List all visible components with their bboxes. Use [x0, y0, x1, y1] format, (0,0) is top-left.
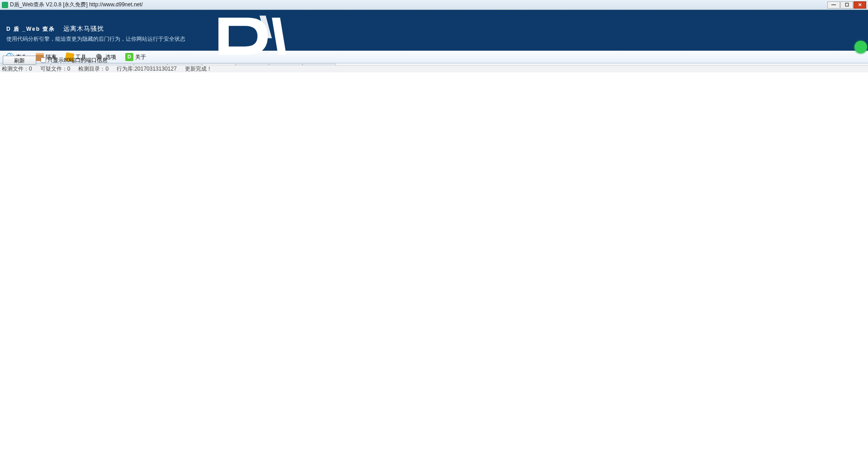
port80-filter-label: 只显示80端口的端口信息 [47, 57, 108, 64]
app-icon [2, 2, 8, 8]
window-title: D盾_Web查杀 V2.0.8 [永久免费] http://www.d99net… [10, 1, 827, 9]
bottom-bar: 刷新 只显示80端口的端口信息 [2, 55, 866, 65]
logo-icon [212, 14, 298, 59]
app-banner: D 盾 _Web 查杀 远离木马骚扰 使用代码分析引擎，能追查更为隐藏的后门行为… [0, 10, 868, 51]
banner-title: D 盾 _Web 查杀 远离木马骚扰 [6, 20, 104, 34]
banner-description: 使用代码分析引擎，能追查更为隐藏的后门行为，让你网站运行于安全状态 [6, 35, 185, 43]
banner-title-text: D 盾 _Web 查杀 [6, 26, 55, 32]
status-update-msg: 更新完成！ [185, 65, 212, 72]
refresh-button[interactable]: 刷新 [3, 56, 36, 65]
status-scanned-dirs: 检测目录：0 [78, 65, 108, 72]
status-bar: 检测文件：0 可疑文件：0 检测目录：0 行为库:20170313130127 … [0, 65, 868, 72]
close-button[interactable]: ✕ [854, 1, 866, 9]
status-behavior-db: 行为库:20170313130127 [117, 65, 177, 72]
port80-filter-input[interactable] [41, 57, 46, 63]
banner-subtitle: 远离木马骚扰 [63, 25, 104, 32]
window-titlebar: D盾_Web查杀 V2.0.8 [永久免费] http://www.d99net… [0, 0, 868, 10]
status-suspicious-files: 可疑文件：0 [40, 65, 71, 72]
maximize-button[interactable]: ☐ [840, 1, 853, 9]
minimize-button[interactable]: — [827, 1, 840, 9]
status-scanned-files: 检测文件：0 [2, 65, 32, 72]
port80-filter-checkbox[interactable]: 只显示80端口的端口信息 [41, 57, 108, 64]
floating-badge-icon[interactable] [854, 41, 867, 53]
